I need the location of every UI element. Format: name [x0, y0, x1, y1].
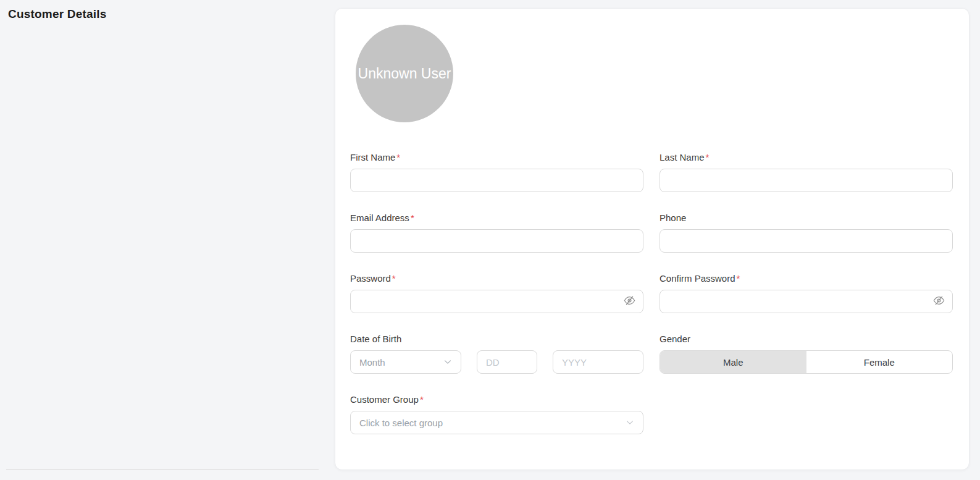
first-name-input[interactable] [350, 169, 643, 192]
customer-group-label-text: Customer Group [350, 394, 419, 405]
last-name-label: Last Name* [660, 152, 953, 163]
required-mark: * [420, 394, 424, 405]
field-gender: Gender Male Female [660, 334, 953, 374]
chevron-down-icon [626, 418, 634, 427]
field-last-name: Last Name* [660, 152, 953, 192]
field-date-of-birth: Date of Birth Month [350, 334, 643, 374]
dob-month-placeholder: Month [359, 357, 385, 368]
field-confirm-password: Confirm Password* [660, 273, 953, 313]
email-input[interactable] [350, 229, 643, 253]
required-mark: * [392, 273, 396, 284]
field-password: Password* [350, 273, 643, 313]
gender-label: Gender [660, 334, 953, 345]
last-name-input[interactable] [660, 169, 953, 192]
confirm-password-label-text: Confirm Password [660, 273, 735, 284]
dob-label-text: Date of Birth [350, 334, 401, 344]
email-label: Email Address* [350, 213, 643, 224]
eye-invisible-icon [624, 295, 635, 308]
dob-controls: Month [350, 350, 643, 374]
field-first-name: First Name* [350, 152, 643, 192]
first-name-label: First Name* [350, 152, 643, 163]
customer-details-card: Unknown User First Name* Last Name* Emai… [335, 8, 970, 470]
gender-toggle-group: Male Female [660, 350, 953, 374]
field-phone: Phone [660, 213, 953, 253]
required-mark: * [396, 152, 400, 162]
required-mark: * [706, 152, 710, 162]
page-title: Customer Details [8, 7, 106, 21]
confirm-password-input-wrap [660, 290, 953, 313]
left-panel: Customer Details [0, 0, 329, 480]
password-label-text: Password [350, 273, 391, 284]
confirm-password-input[interactable] [660, 290, 953, 313]
confirm-password-visibility-toggle[interactable] [933, 295, 945, 308]
required-mark: * [411, 213, 414, 223]
first-name-label-text: First Name [350, 152, 395, 162]
dob-label: Date of Birth [350, 334, 643, 345]
confirm-password-label: Confirm Password* [660, 273, 953, 284]
gender-option-female[interactable]: Female [806, 351, 953, 373]
field-email: Email Address* [350, 213, 643, 253]
chevron-down-icon [443, 358, 452, 366]
required-mark: * [737, 273, 740, 284]
customer-form: First Name* Last Name* Email Address* Ph… [350, 152, 953, 434]
avatar-label: Unknown User [358, 65, 451, 82]
left-panel-divider [6, 469, 319, 470]
password-input-wrap [350, 290, 643, 313]
customer-group-select[interactable]: Click to select group [350, 411, 643, 434]
last-name-label-text: Last Name [660, 152, 705, 162]
customer-group-placeholder: Click to select group [359, 418, 443, 428]
gender-option-male[interactable]: Male [660, 351, 806, 373]
field-customer-group: Customer Group* Click to select group [350, 394, 643, 434]
avatar: Unknown User [356, 25, 453, 122]
gender-label-text: Gender [660, 334, 690, 344]
dob-month-select[interactable]: Month [350, 350, 461, 374]
phone-label-text: Phone [660, 213, 686, 223]
customer-group-label: Customer Group* [350, 394, 643, 405]
password-input[interactable] [350, 290, 643, 313]
eye-invisible-icon [933, 295, 945, 308]
phone-input[interactable] [660, 229, 953, 253]
password-visibility-toggle[interactable] [624, 295, 635, 308]
phone-label: Phone [660, 213, 953, 224]
dob-day-input[interactable] [477, 350, 537, 374]
dob-year-input[interactable] [553, 350, 643, 374]
password-label: Password* [350, 273, 643, 284]
email-label-text: Email Address [350, 213, 409, 223]
